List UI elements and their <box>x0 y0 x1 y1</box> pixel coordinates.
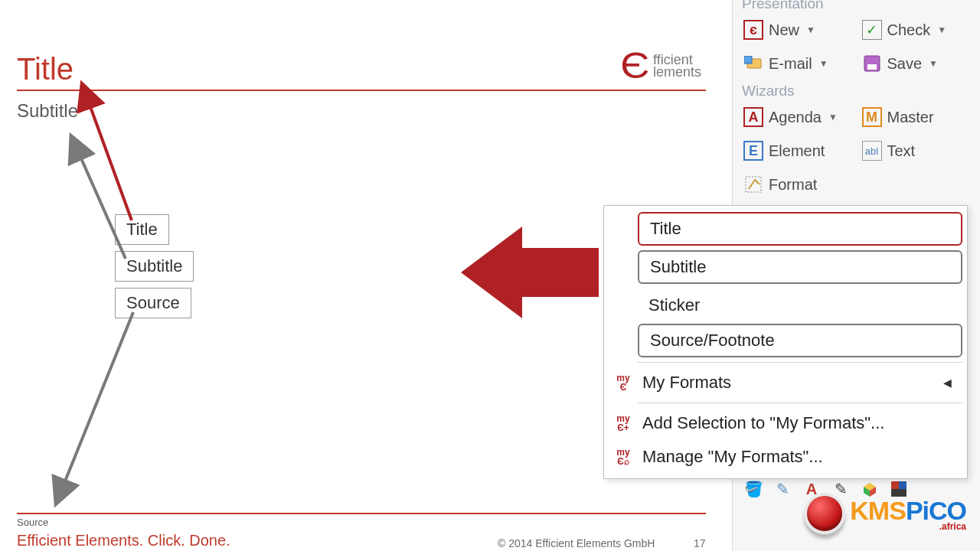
chevron-down-icon: ▼ <box>819 58 828 69</box>
chevron-down-icon: ▼ <box>828 112 838 122</box>
arrow-to-source <box>57 312 133 502</box>
manage-label: Manage "My Formats"... <box>642 447 823 467</box>
svg-marker-0 <box>461 227 599 318</box>
new-button[interactable]: є New ▼ <box>740 15 854 44</box>
my-e-icon: myЄ <box>612 373 635 392</box>
title-rule <box>17 90 706 91</box>
kmspico-branding: KMSPiCO .africa <box>804 493 966 534</box>
section-wizards-label: Wizards <box>742 83 972 99</box>
chevron-down-icon: ▼ <box>937 24 946 35</box>
svg-rect-10 <box>899 481 906 489</box>
save-button-label: Save <box>887 55 923 73</box>
email-button-label: E-mail <box>769 55 812 73</box>
my-e-search-icon: myЄ⌕ <box>612 448 635 466</box>
save-button[interactable]: Save ▼ <box>859 49 973 78</box>
paint-bucket-icon[interactable]: 🪣 <box>743 479 763 499</box>
logo-line2: lements <box>653 65 701 79</box>
format-icon <box>743 174 763 194</box>
myformats-label: My Formats <box>642 373 731 393</box>
format-menu-source-label: Source/Footnote <box>650 331 775 350</box>
text-button[interactable]: abl Text <box>859 136 973 165</box>
svg-rect-2 <box>744 56 752 64</box>
save-icon <box>862 54 882 73</box>
float-box-title[interactable]: Title <box>115 214 169 245</box>
svg-rect-9 <box>891 481 899 489</box>
submenu-arrow-icon: ◀ <box>943 377 952 389</box>
chevron-down-icon: ▼ <box>806 24 815 35</box>
float-box-source[interactable]: Source <box>115 288 191 318</box>
check-button-label: Check <box>887 21 931 39</box>
big-red-arrow-icon <box>461 227 599 318</box>
letter-e-icon: E <box>743 141 763 161</box>
format-menu-sticker-label: Sticker <box>648 295 700 315</box>
menu-separator <box>638 362 962 363</box>
float-box-subtitle[interactable]: Subtitle <box>115 251 194 282</box>
pen-box-icon[interactable]: ✎ <box>773 479 792 499</box>
format-menu-subtitle[interactable]: Subtitle <box>638 250 962 284</box>
format-label: Format <box>769 176 817 194</box>
letter-a-icon: A <box>743 107 763 127</box>
section-presentation-label: Presentation <box>742 0 972 12</box>
email-icon <box>743 54 763 73</box>
add-label: Add Selection to "My Formats"... <box>642 413 884 433</box>
format-menu-title-label: Title <box>650 219 681 239</box>
format-menu-source[interactable]: Source/Footnote <box>638 324 962 357</box>
new-button-label: New <box>769 21 799 39</box>
my-e-plus-icon: myЄ+ <box>612 414 635 432</box>
slide-source: Source <box>17 517 48 528</box>
email-button[interactable]: E-mail ▼ <box>740 49 854 78</box>
letter-m-icon: M <box>862 107 882 127</box>
master-button[interactable]: M Master <box>859 103 973 132</box>
logo-e-icon: Є <box>621 44 650 86</box>
agenda-label: Agenda <box>769 109 822 126</box>
format-menu-add[interactable]: myЄ+ Add Selection to "My Formats"... <box>609 406 962 440</box>
agenda-button[interactable]: A Agenda ▼ <box>740 103 854 132</box>
menu-separator <box>638 403 962 403</box>
format-menu-myformats[interactable]: myЄ My Formats ◀ <box>609 366 962 399</box>
format-dropdown-menu: Title Subtitle Sticker Source/Footnote m… <box>603 205 968 479</box>
format-menu-sticker[interactable]: Sticker <box>609 289 962 322</box>
slide-copyright: © 2014 Efficient Elements GmbH <box>498 537 655 549</box>
red-button-icon <box>804 493 845 534</box>
format-button[interactable]: Format <box>740 170 820 199</box>
bottom-rule <box>17 513 706 514</box>
text-abl-icon: abl <box>862 141 882 161</box>
format-menu-manage[interactable]: myЄ⌕ Manage "My Formats"... <box>609 440 962 474</box>
chevron-down-icon: ▼ <box>929 58 938 69</box>
format-menu-title[interactable]: Title <box>638 212 962 246</box>
check-icon: ✓ <box>862 20 882 40</box>
epsilon-icon: є <box>743 20 763 40</box>
slide-subtitle: Subtitle <box>17 100 714 122</box>
check-button[interactable]: ✓ Check ▼ <box>859 15 973 44</box>
slide-tagline: Efficient Elements. Click. Done. <box>17 532 230 549</box>
efficient-elements-logo: Є fficient lements <box>622 44 701 86</box>
text-label: Text <box>887 142 916 160</box>
element-label: Element <box>769 142 825 160</box>
element-button[interactable]: E Element <box>740 136 854 165</box>
master-label: Master <box>887 109 934 126</box>
format-menu-subtitle-label: Subtitle <box>650 257 706 277</box>
svg-rect-4 <box>867 64 877 70</box>
slide-title: Title <box>17 52 714 86</box>
slide-pagenum: 17 <box>694 537 706 549</box>
